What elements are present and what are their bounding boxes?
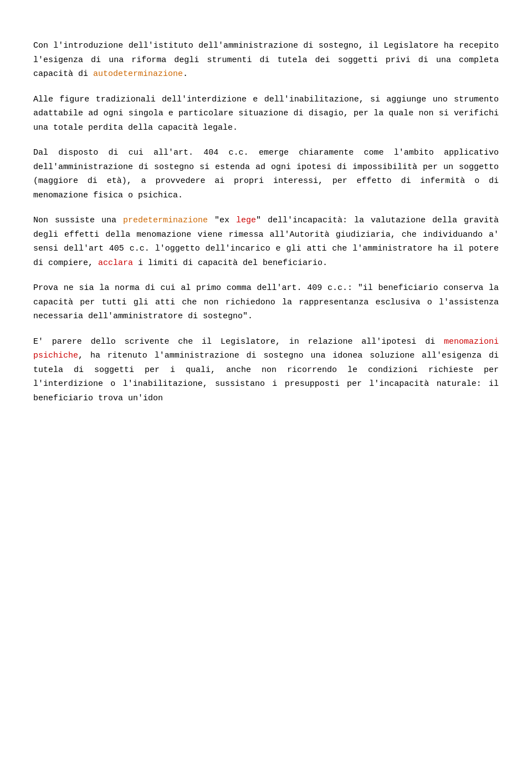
highlight-autodeterminazione: autodeterminazione [93,69,183,79]
highlight-acclara: acclara [98,258,133,268]
highlight-predeterminazione: predeterminazione [123,216,208,225]
paragraph-3: Dal disposto di cui all'art. 404 c.c. em… [33,146,499,202]
paragraph-4: Non sussiste una predeterminazione "ex l… [33,213,499,270]
highlight-menomazioni-psichiche: menomazioni psichiche [33,337,499,361]
paragraph-1: Con l'introduzione dell'istituto dell'am… [33,39,499,81]
paragraph-2: Alle figure tradizionali dell'interdizio… [33,93,499,135]
paragraph-6: E' parere dello scrivente che il Legisla… [33,335,499,406]
highlight-lege: lege [236,216,256,225]
paragraph-5: Prova ne sia la norma di cui al primo co… [33,281,499,324]
